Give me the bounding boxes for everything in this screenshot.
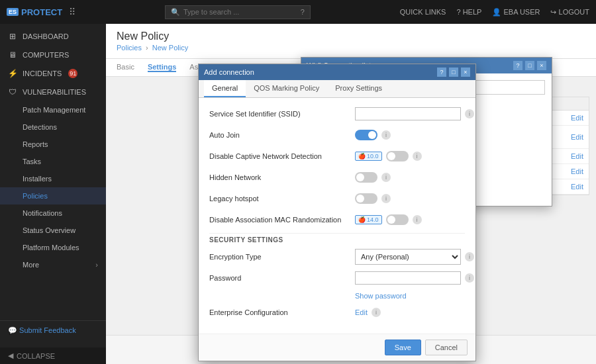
captive-version: 10.0 xyxy=(367,153,379,159)
enterprise-edit-link[interactable]: Edit xyxy=(355,308,368,316)
sidebar-label-installers: Installers xyxy=(23,175,52,183)
hidden-network-row: Hidden Network i xyxy=(209,169,465,185)
legacy-hotspot-toggle[interactable] xyxy=(355,193,377,204)
tab-qos[interactable]: QOS Marking Policy xyxy=(246,80,327,97)
sidebar-item-more[interactable]: More › xyxy=(0,256,106,273)
sidebar-item-vulnerabilities[interactable]: 🛡 VULNERABILITIES xyxy=(0,83,106,101)
disable-assoc-label: Disable Association MAC Randomization xyxy=(209,216,355,224)
account-ldap-edit[interactable]: Edit xyxy=(571,167,583,175)
disable-captive-knob xyxy=(387,152,395,160)
sidebar-item-dashboard[interactable]: ⊞ DASHBOARD xyxy=(0,27,106,46)
disable-captive-info-icon[interactable]: i xyxy=(413,152,422,161)
password-input[interactable] xyxy=(355,271,461,285)
save-button[interactable]: Save xyxy=(385,340,421,355)
top-search-input[interactable] xyxy=(183,8,296,16)
sidebar-item-tasks[interactable]: Tasks xyxy=(0,153,106,170)
incidents-badge: 91 xyxy=(68,69,77,78)
auto-join-label: Auto Join xyxy=(209,131,355,139)
nav-basic[interactable]: Basic xyxy=(117,63,134,72)
sidebar-item-computers[interactable]: 🖥 COMPUTERS xyxy=(0,46,106,64)
legacy-hotspot-info-icon[interactable]: i xyxy=(381,194,391,203)
tab-general[interactable]: General xyxy=(204,80,246,97)
wifi-modal-minimize-icon[interactable]: □ xyxy=(525,61,534,70)
hidden-network-toggle[interactable] xyxy=(355,172,377,183)
hidden-network-info-icon[interactable]: i xyxy=(381,173,391,182)
user-icon: 👤 xyxy=(492,8,501,16)
auto-join-control: i xyxy=(355,130,465,140)
disable-assoc-version-badge: 🍎 14.0 xyxy=(355,215,382,224)
sidebar-item-notifications[interactable]: Notifications xyxy=(0,205,106,222)
logo: ES PROTECT xyxy=(7,7,62,17)
encryption-label: Encryption Type xyxy=(209,253,355,261)
disable-captive-toggle[interactable] xyxy=(386,151,409,161)
show-password-link[interactable]: Show password xyxy=(355,292,407,300)
add-conn-help-icon[interactable]: ? xyxy=(437,68,446,77)
wifi-modal-help-icon[interactable]: ? xyxy=(513,61,522,70)
password-info-icon[interactable]: i xyxy=(465,273,474,283)
ssid-row: Service Set Identifier (SSID) i xyxy=(209,106,465,122)
logout-link[interactable]: ↪ LOGOUT xyxy=(550,8,589,17)
sidebar-item-patch-management[interactable]: Patch Management xyxy=(0,101,106,118)
sidebar-label-more: More xyxy=(23,261,39,269)
sidebar-item-platform-modules[interactable]: Platform Modules xyxy=(0,239,106,256)
sidebar-label-incidents: INCIDENTS xyxy=(23,69,62,77)
password-row: Password i xyxy=(209,270,465,286)
auto-join-info-icon[interactable]: i xyxy=(381,130,391,140)
sidebar-item-installers[interactable]: Installers xyxy=(0,170,106,187)
auto-join-toggle[interactable] xyxy=(355,130,377,140)
sidebar-item-incidents[interactable]: ⚡ INCIDENTS 91 xyxy=(0,64,106,83)
password-control: i xyxy=(355,271,474,285)
breadcrumb-parent[interactable]: Policies xyxy=(117,44,142,52)
account-calendar-edit[interactable]: Edit xyxy=(571,183,583,191)
account-mail-edit[interactable]: Edit xyxy=(571,114,583,122)
main-layout: ⊞ DASHBOARD 🖥 COMPUTERS ⚡ INCIDENTS 91 🛡… xyxy=(0,24,596,364)
add-connection-modal: Add connection ? □ × General QOS Marking… xyxy=(198,64,476,361)
disable-assoc-info-icon[interactable]: i xyxy=(413,215,422,224)
encryption-dropdown[interactable]: Any (Personal) WPA2 Personal WPA3 Person… xyxy=(355,249,461,265)
assoc-apple-icon: 🍎 xyxy=(358,216,366,223)
feedback-icon: 💬 xyxy=(8,326,17,334)
top-bar: ES PROTECT ⠿ 🔍 ? QUICK LINKS ? HELP 👤 EB… xyxy=(0,0,596,24)
disable-assoc-toggle[interactable] xyxy=(386,214,409,225)
encryption-row: Encryption Type Any (Personal) WPA2 Pers… xyxy=(209,249,465,265)
disable-captive-version-badge: 🍎 10.0 xyxy=(355,152,382,161)
modal-cancel-button[interactable]: Cancel xyxy=(425,340,468,355)
wifi-modal-close-icon[interactable]: × xyxy=(537,61,546,70)
enterprise-label: Enterprise Configuration xyxy=(209,308,355,316)
help-icon: ? xyxy=(456,8,460,16)
more-chevron: › xyxy=(95,261,98,269)
nav-settings[interactable]: Settings xyxy=(148,63,176,72)
auto-join-row: Auto Join i xyxy=(209,127,465,143)
user-menu[interactable]: 👤 EBA USER xyxy=(492,8,540,17)
top-bar-search-box[interactable]: 🔍 ? xyxy=(165,5,311,19)
disable-assoc-knob xyxy=(387,216,395,224)
breadcrumb: Policies › New Policy xyxy=(117,44,585,52)
auto-join-knob xyxy=(368,131,376,139)
sidebar-item-status-overview[interactable]: Status Overview xyxy=(0,222,106,239)
dashboard-icon: ⊞ xyxy=(8,32,17,41)
add-conn-minimize-icon[interactable]: □ xyxy=(449,68,458,77)
ssid-info-icon[interactable]: i xyxy=(465,109,474,118)
help-link[interactable]: ? HELP xyxy=(456,8,481,16)
encryption-info-icon[interactable]: i xyxy=(465,252,474,261)
collapse-button[interactable]: ◀ COLLAPSE xyxy=(0,347,106,364)
add-conn-close-icon[interactable]: × xyxy=(461,68,470,77)
sidebar-item-detections[interactable]: Detections xyxy=(0,118,106,136)
sidebar-item-policies[interactable]: Policies xyxy=(0,187,106,205)
grid-icon[interactable]: ⠿ xyxy=(69,7,75,17)
sidebar-label-reports: Reports xyxy=(23,140,48,148)
quick-links[interactable]: QUICK LINKS xyxy=(400,8,446,16)
content-header: New Policy Policies › New Policy xyxy=(106,24,596,59)
account-contacts-edit[interactable]: Edit xyxy=(571,152,583,160)
enterprise-info-icon[interactable]: i xyxy=(372,308,381,317)
account-exchange-edit[interactable]: Edit xyxy=(571,133,583,141)
add-conn-title: Add connection xyxy=(204,68,254,76)
ssid-input[interactable] xyxy=(355,107,461,120)
disable-assoc-row: Disable Association MAC Randomization 🍎 … xyxy=(209,212,465,228)
enterprise-row: Enterprise Configuration Edit i xyxy=(209,304,465,320)
sidebar-item-reports[interactable]: Reports xyxy=(0,136,106,153)
submit-feedback[interactable]: 💬 Submit Feedback xyxy=(0,320,106,340)
tab-proxy[interactable]: Proxy Settings xyxy=(327,80,390,97)
disable-captive-label: Disable Captive Network Detection xyxy=(209,152,355,160)
legacy-hotspot-control: i xyxy=(355,193,465,204)
